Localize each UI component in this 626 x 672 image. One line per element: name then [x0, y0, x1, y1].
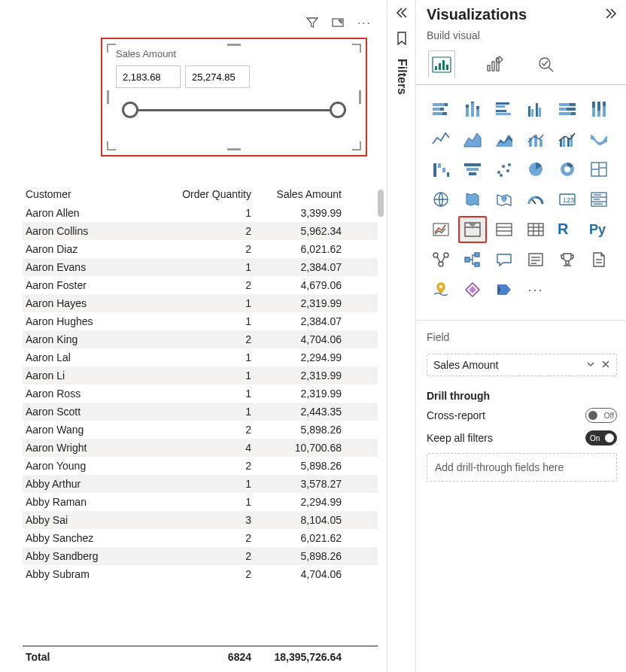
table-row[interactable]: Abby Sanchez 2 6,021.62	[23, 529, 378, 547]
viz-treemap[interactable]	[585, 156, 613, 183]
viz-power-automate[interactable]	[490, 276, 518, 303]
viz-stacked-area[interactable]	[490, 126, 518, 153]
field-section-label: Field	[427, 331, 617, 343]
table-row[interactable]: Abby Raman 1 2,294.99	[23, 493, 378, 511]
svg-rect-6	[488, 65, 490, 71]
cell-quantity: 2	[169, 460, 251, 472]
cell-quantity: 1	[169, 297, 251, 309]
viz-azure-map[interactable]	[490, 186, 518, 213]
viz-matrix[interactable]	[521, 216, 550, 243]
table-row[interactable]: Aaron King 2 4,704.06	[23, 330, 378, 348]
remove-field-icon[interactable]	[601, 359, 610, 371]
slicer-range-slider[interactable]	[122, 99, 346, 121]
slider-thumb-max[interactable]	[330, 102, 346, 118]
cross-report-toggle[interactable]: Off	[585, 408, 617, 423]
viz-donut[interactable]	[553, 156, 582, 183]
cell-customer: Aaron Wang	[26, 424, 169, 436]
more-options-icon[interactable]: ···	[357, 17, 372, 31]
table-row[interactable]: Aaron Diaz 2 6,021.62	[23, 240, 378, 258]
table-row[interactable]: Aaron Hayes 1 2,319.99	[23, 294, 378, 312]
table-row[interactable]: Aaron Wang 2 5,898.26	[23, 421, 378, 439]
viz-decomposition-tree[interactable]	[458, 246, 487, 273]
table-row[interactable]: Abby Sandberg 2 5,898.26	[23, 547, 378, 565]
viz-100-stacked-column[interactable]	[585, 96, 613, 123]
viz-r-visual[interactable]: R	[553, 216, 582, 243]
table-row[interactable]: Aaron Ross 1 2,319.99	[23, 385, 378, 403]
viz-multi-row-card[interactable]	[585, 186, 613, 213]
viz-power-apps[interactable]	[458, 276, 487, 303]
table-row[interactable]: Aaron Scott 1 2,443.35	[23, 403, 378, 421]
viz-line-clustered-column[interactable]	[553, 126, 582, 153]
viz-qna[interactable]	[490, 246, 518, 273]
table-row[interactable]: Aaron Young 2 5,898.26	[23, 457, 378, 475]
expand-right-icon[interactable]	[605, 8, 617, 22]
field-well-item[interactable]: Sales Amount	[427, 354, 617, 376]
table-row[interactable]: Aaron Allen 1 3,399.99	[23, 204, 378, 222]
col-sales-amount[interactable]: Sales Amount	[251, 188, 342, 200]
slicer-max-input[interactable]	[185, 65, 250, 88]
viz-more[interactable]: ···	[521, 276, 550, 303]
viz-stacked-column[interactable]	[458, 96, 487, 123]
table-row[interactable]: Aaron Wright 4 10,700.68	[23, 439, 378, 457]
collapse-left-icon[interactable]	[396, 8, 408, 21]
svg-rect-96	[475, 263, 479, 266]
viz-100-stacked-bar[interactable]	[553, 96, 582, 123]
viz-paginated-report[interactable]	[585, 246, 613, 273]
table-row[interactable]: Aaron Lal 1 2,294.99	[23, 348, 378, 366]
keep-all-filters-label: Keep all filters	[427, 432, 493, 444]
visualizations-pane: Visualizations Build visual 123RPy··· Fi…	[415, 0, 626, 672]
viz-line-stacked-column[interactable]	[521, 126, 550, 153]
table-row[interactable]: Aaron Collins 2 5,962.34	[23, 222, 378, 240]
filters-pane-label[interactable]: Filters	[395, 59, 409, 95]
viz-line[interactable]	[427, 126, 455, 153]
col-order-quantity[interactable]: Order Quantity	[169, 188, 251, 200]
viz-goals[interactable]	[553, 246, 582, 273]
table-row[interactable]: Aaron Li 1 2,319.99	[23, 366, 378, 385]
tab-format-visual[interactable]	[481, 50, 508, 78]
report-canvas[interactable]: ··· Sales Amount Customer Order Quantity…	[0, 0, 387, 672]
viz-filled-map[interactable]	[458, 186, 487, 213]
table-row[interactable]: Aaron Hughes 1 2,384.07	[23, 312, 378, 330]
viz-map[interactable]	[427, 186, 455, 213]
viz-pie[interactable]	[521, 156, 550, 183]
viz-py-visual[interactable]: Py	[585, 216, 613, 243]
viz-clustered-bar[interactable]	[490, 96, 518, 123]
table-row[interactable]: Aaron Evans 1 2,384.07	[23, 258, 378, 276]
keep-all-filters-toggle[interactable]: On	[585, 430, 617, 445]
viz-scatter[interactable]	[490, 156, 518, 183]
slicer-title: Sales Amount	[116, 48, 352, 59]
table-row[interactable]: Abby Subram 2 4,704.06	[23, 565, 378, 583]
viz-key-influencers[interactable]	[427, 246, 455, 273]
viz-card[interactable]: 123	[553, 186, 582, 213]
scrollbar-thumb[interactable]	[378, 190, 384, 217]
table-visual[interactable]: Customer Order Quantity Sales Amount Aar…	[23, 185, 378, 666]
viz-clustered-column[interactable]	[521, 96, 550, 123]
cell-quantity: 3	[169, 514, 251, 526]
viz-funnel[interactable]	[458, 156, 487, 183]
viz-table[interactable]	[490, 216, 518, 243]
table-row[interactable]: Abby Sai 3 8,104.05	[23, 511, 378, 529]
table-row[interactable]: Aaron Foster 2 4,679.06	[23, 276, 378, 294]
viz-kpi[interactable]	[427, 216, 455, 243]
viz-ribbon[interactable]	[585, 126, 613, 153]
viz-slicer[interactable]	[458, 216, 487, 243]
filter-icon[interactable]	[306, 17, 318, 31]
slicer-visual[interactable]: Sales Amount	[101, 38, 367, 157]
viz-smart-narrative[interactable]	[521, 246, 550, 273]
col-customer[interactable]: Customer	[26, 188, 169, 200]
viz-gauge[interactable]	[521, 186, 550, 213]
viz-waterfall[interactable]	[427, 156, 455, 183]
viz-stacked-bar[interactable]	[427, 96, 455, 123]
bookmark-icon[interactable]	[396, 32, 408, 45]
svg-rect-2	[435, 66, 437, 70]
slicer-min-input[interactable]	[116, 65, 181, 88]
tab-analytics[interactable]	[533, 50, 561, 78]
table-row[interactable]: Abby Arthur 1 3,578.27	[23, 475, 378, 493]
focus-mode-icon[interactable]	[332, 17, 344, 31]
tab-build-visual[interactable]	[428, 50, 455, 78]
drill-through-dropzone[interactable]: Add drill-through fields here	[427, 453, 617, 482]
chevron-down-icon[interactable]	[586, 359, 595, 371]
viz-area[interactable]	[458, 126, 487, 153]
slider-thumb-min[interactable]	[122, 102, 138, 118]
viz-arcgis[interactable]	[427, 276, 455, 303]
